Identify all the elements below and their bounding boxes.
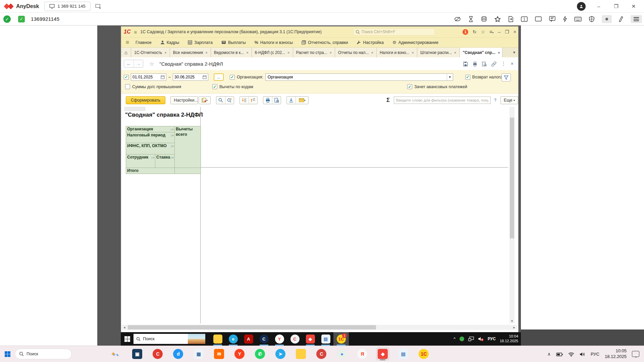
combo-dropdown-icon[interactable]: ▼	[447, 74, 453, 80]
local-taskbar-app-icon[interactable]: ▤	[396, 347, 410, 361]
add-favorite-star-icon[interactable]: ☆	[149, 61, 154, 67]
local-taskbar-app-icon[interactable]: ▣	[130, 347, 144, 361]
favorites-star-icon[interactable]	[494, 16, 501, 22]
find-next-icon[interactable]	[225, 97, 234, 104]
horizontal-scrollbar[interactable]: ◄ ►	[122, 325, 517, 330]
remote-taskbar-app-icon[interactable]: e	[225, 332, 241, 346]
tab-close-icon[interactable]: ×	[164, 51, 166, 55]
remote-taskbar-app-icon[interactable]: Y	[272, 332, 287, 346]
local-taskbar-app-icon[interactable]: C	[315, 347, 328, 361]
remote-taskbar-app-icon[interactable]: ◆	[303, 332, 318, 346]
actions-bolt-icon[interactable]	[563, 16, 567, 22]
period-to-field[interactable]	[173, 73, 208, 81]
more-button[interactable]: Еще ▾	[500, 96, 518, 104]
settings-button[interactable]: Настройки...	[170, 96, 198, 104]
organization-checkbox[interactable]: ✓	[230, 75, 235, 80]
quick-filter-input[interactable]	[394, 97, 491, 104]
monitor-1-icon[interactable]: 1	[521, 16, 528, 22]
horizontal-scrollbar-thumb[interactable]	[128, 325, 376, 329]
menu-administrirovanie[interactable]: ⚙Администрирование	[388, 38, 443, 47]
print-preview-button[interactable]	[272, 97, 281, 104]
draw-pen-icon[interactable]	[619, 16, 623, 22]
local-taskbar-app-icon[interactable]: C	[151, 347, 164, 361]
menu-kadry[interactable]: Кадры	[156, 38, 183, 47]
remote-clock[interactable]: 10:04 18.12.2025	[500, 334, 519, 344]
print-icon[interactable]	[473, 61, 477, 66]
refund-checkbox[interactable]: ✓	[465, 75, 470, 80]
remote-start-button[interactable]	[121, 332, 133, 346]
tab-close-icon[interactable]: ×	[329, 51, 331, 55]
calendar-icon[interactable]	[161, 75, 165, 79]
database-icon[interactable]	[481, 16, 487, 22]
scroll-right-arrow[interactable]: ►	[512, 326, 517, 329]
remote-taskbar-app-icon[interactable]: C	[256, 332, 272, 346]
save-icon[interactable]	[463, 61, 468, 66]
tab[interactable]: "Сводная" спр...×	[460, 48, 502, 57]
vertical-scrollbar-thumb[interactable]	[510, 118, 514, 238]
main-menu-icon[interactable]: ≡	[134, 29, 137, 35]
speaker-tray-icon[interactable]	[580, 351, 585, 357]
help-button[interactable]: ?	[494, 98, 496, 103]
sort-icon[interactable]: ↓≡	[151, 155, 154, 160]
header-cell-ifns[interactable]: ↓≡ ИФНС, КПП, ОКТМО	[126, 143, 175, 155]
global-search[interactable]	[353, 28, 435, 36]
onec-close-button[interactable]: ×	[514, 29, 516, 35]
collapse-groups-icon[interactable]	[249, 97, 257, 104]
local-taskbar-app-icon[interactable]: d	[171, 347, 185, 361]
vertical-scrollbar[interactable]	[509, 107, 515, 323]
period-from-field[interactable]	[131, 73, 166, 81]
menu-zarplata[interactable]: Зарплата	[183, 38, 217, 47]
privacy-mode-icon[interactable]	[454, 16, 461, 22]
tab[interactable]: Расчет по стра...×	[293, 48, 335, 57]
notifications-icon[interactable]: 1	[463, 29, 468, 35]
local-taskbar-app-icon[interactable]: Y	[233, 347, 246, 361]
period-from-input[interactable]	[132, 75, 155, 79]
onec-minimize-button[interactable]: –	[498, 29, 500, 35]
period-choice-button[interactable]: ...	[214, 73, 224, 81]
tab-home[interactable]: ⌂	[121, 48, 131, 57]
sort-icon[interactable]: ↓≡	[170, 127, 173, 132]
period-checkbox[interactable]: ✓	[124, 75, 129, 80]
sections-menu-icon[interactable]: ≡	[124, 39, 131, 46]
copilot-sparkle-icon[interactable]: ✦✦	[111, 350, 118, 358]
header-cell-period[interactable]: ↓≡ Налоговый период	[126, 132, 175, 143]
local-taskbar-app-icon[interactable]: ✉	[212, 347, 226, 361]
menu-nastroyka[interactable]: Настройка	[352, 38, 388, 47]
local-start-button[interactable]	[0, 346, 15, 362]
tray-chevron-icon[interactable]: ∧	[547, 351, 551, 357]
history-icon[interactable]: ↻	[473, 29, 477, 35]
close-button[interactable]: ✕	[629, 3, 638, 9]
tab-close-icon[interactable]: ×	[412, 51, 414, 55]
muted-speaker-tray-icon[interactable]	[478, 337, 484, 342]
remote-taskbar-app-icon[interactable]: ▤	[318, 332, 333, 346]
column-cell-deductions[interactable]: Вычеты всего	[174, 126, 201, 168]
chat-icon[interactable]	[549, 16, 555, 22]
local-clock[interactable]: 10:05 18.12.2025	[605, 348, 627, 360]
menu-glavnoe[interactable]: Главное	[131, 38, 156, 47]
advance-checkbox[interactable]: ✓	[407, 84, 412, 89]
bing-daily-image[interactable]	[188, 334, 205, 344]
by-codes-checkbox[interactable]: ✓	[212, 84, 217, 89]
local-taskbar-app-icon[interactable]: ◆	[376, 347, 389, 361]
header-cell-employee[interactable]: ↓≡ Сотрудник	[126, 154, 155, 168]
local-taskbar-app-icon[interactable]: ●	[335, 347, 348, 361]
tab-close-icon[interactable]: ×	[287, 51, 289, 55]
expand-groups-icon[interactable]	[240, 97, 249, 104]
local-taskbar-app-icon[interactable]: ✆	[253, 347, 267, 361]
local-taskbar-app-icon[interactable]: Я	[356, 347, 369, 361]
menu-otchetnost[interactable]: Отчетность, справки	[297, 38, 353, 47]
local-search-box[interactable]: Поиск	[15, 349, 72, 359]
file-transfer-icon[interactable]	[508, 16, 514, 22]
sort-icon[interactable]: ↓≡	[170, 143, 173, 148]
tab[interactable]: Ведомости в к...×	[211, 48, 252, 57]
remote-taskbar-app-icon[interactable]: A	[241, 332, 256, 346]
fullscreen-icon[interactable]	[535, 16, 542, 21]
organization-combo[interactable]: Организация ▼	[265, 73, 453, 81]
tab-close-icon[interactable]: ×	[246, 51, 248, 55]
local-taskbar-app-icon[interactable]	[294, 347, 308, 361]
tab[interactable]: 1С-Отчетность×	[131, 48, 170, 57]
header-cell-rate[interactable]: ↓≡ Ставка	[155, 154, 175, 168]
local-taskbar-app-icon[interactable]: ▦	[192, 347, 205, 361]
onec-restore-button[interactable]: ❐	[505, 29, 509, 35]
local-taskbar-app-icon[interactable]: ➤	[274, 347, 287, 361]
